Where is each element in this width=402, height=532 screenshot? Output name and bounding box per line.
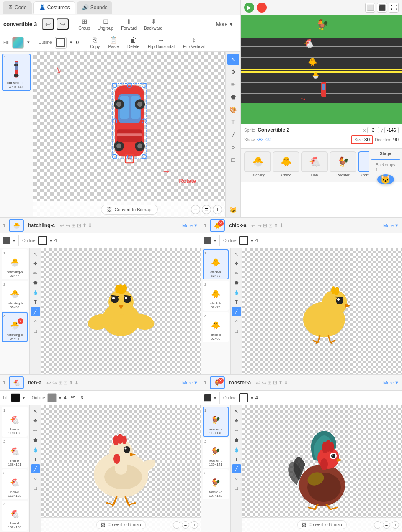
pen-tool-r[interactable]: ✏ [232,426,241,435]
backward-btn[interactable]: ⬇ Backward [142,17,165,31]
add-sprite-btn[interactable]: 🐱 [377,174,394,184]
circle-tool-h[interactable]: ○ [31,317,40,326]
zoom-out-btn[interactable]: − [191,205,200,214]
hatchling-canvas[interactable] [41,248,201,374]
bwd-r[interactable]: ⬇ [284,380,288,386]
rect-tool-c[interactable]: □ [232,326,241,335]
fullscreen-btn[interactable]: ⛶ [389,3,399,13]
rect-tool-hn[interactable]: □ [31,483,40,493]
rooster-outline-swatch[interactable] [239,393,248,402]
sprite-tile-hatchling[interactable]: 🐣 Hatchling [244,151,271,179]
ungroup-icon[interactable]: ⊡ [77,223,81,229]
hen-outline-swatch[interactable] [47,393,57,402]
hatchling-delete[interactable]: ✕ [18,318,23,324]
ungroup-r[interactable]: ⊡ [273,380,277,386]
chick-canvas[interactable] [242,248,402,374]
eyedropper-hn[interactable]: 💧 [31,445,40,454]
fwd-r[interactable]: ⬆ [278,380,283,386]
hatchling-outline-swatch[interactable] [38,236,47,245]
fwd-icon-c[interactable]: ⬆ [274,223,278,229]
transform-tool-h[interactable]: ✥ [31,259,40,268]
bwd-icon[interactable]: ⬇ [88,223,92,229]
chick-outline-swatch[interactable] [239,236,248,245]
outline-swatch[interactable] [55,37,67,49]
redo-icon[interactable]: ↪ [66,223,70,229]
chick-c-thumb[interactable]: 3 🐥 chick-c52×60 [203,312,229,342]
text-tool[interactable]: T [227,116,239,128]
ungroup-icon-c[interactable]: ⊡ [268,223,273,229]
y-value[interactable]: -146 [384,127,399,133]
zoom-in-btn[interactable]: + [213,205,222,214]
rooster-b-thumb[interactable]: 2 🐓 rooster-b125×141 [203,438,229,468]
fwd-h[interactable]: ⬆ [69,380,73,386]
line-tool[interactable]: ╱ [227,129,239,141]
redo-h[interactable]: ↪ [52,380,57,386]
eyedropper-h[interactable]: 💧 [31,288,40,297]
hen-d-thumb[interactable]: 4 🐔 hen-d102×108 [2,501,28,531]
chick-b-thumb[interactable]: 2 🐥 chick-b52×73 [203,281,229,311]
bwd-icon-c[interactable]: ⬇ [279,223,283,229]
hatchling-b-thumb[interactable]: 2 🐣 hatchling-b35×52 [2,281,28,311]
rooster-zoom-in[interactable]: + [392,521,399,529]
eyedropper-r[interactable]: 💧 [232,445,241,454]
x-value[interactable]: 3 [367,127,379,133]
transform-tool-r[interactable]: ✥ [232,416,241,425]
rooster-convert-btn[interactable]: 🖼 Convert to Bitmap [297,520,346,529]
fill-tool-r[interactable]: ⬟ [232,435,241,445]
tab-costumes[interactable]: 👗 Costumes [34,1,75,14]
eyedropper-tool[interactable]: 🎨 [227,104,239,115]
hen-zoom-out[interactable]: − [173,521,180,529]
sprite-tile-convertible[interactable]: ✕ Convertibl... [358,151,368,179]
select-tool-hn[interactable]: ↖ [31,407,40,416]
flip-h-btn[interactable]: ↔ Flip Horizontal [145,36,177,50]
sprite-tile-rooster[interactable]: 🐓 Rooster [330,151,356,179]
select-tool-c[interactable]: ↖ [232,249,241,258]
stop-btn[interactable] [257,3,267,13]
rect-tool-h[interactable]: □ [31,326,40,335]
sprite-tile-chick[interactable]: 🐥 Chick [273,151,299,179]
chick-more-btn[interactable]: More ▼ [383,223,399,228]
fill-tool-c[interactable]: ⬟ [232,278,241,287]
fwd-icon[interactable]: ⬆ [82,223,87,229]
select-tool[interactable]: ↖ [227,54,239,65]
eyedropper-c[interactable]: 💧 [232,288,241,297]
hatchling-a-thumb[interactable]: 1 🐣 hatchling-a32×47 [2,249,28,279]
pen-tool-hn[interactable]: ✏ [31,426,40,435]
pen-icon[interactable]: ✏ [71,394,78,402]
hen-fill-swatch[interactable] [11,393,20,402]
group-btn[interactable]: ⊞ Group [76,17,93,31]
line-tool-r[interactable]: ╱ [232,464,241,473]
rooster-del[interactable]: ✕ [218,378,224,384]
tab-sounds[interactable]: 🔊 Sounds [77,1,113,14]
rooster-canvas[interactable]: 🖼 Convert to Bitmap − = + [242,405,402,532]
sprite-tile-hen[interactable]: 🐔 Hen [301,151,328,179]
green-flag-btn[interactable]: ▶ [244,3,254,13]
text-tool-hn[interactable]: T [31,455,40,464]
undo-btn[interactable]: ↩ [42,18,54,30]
show-eye-open[interactable]: 👁 [257,136,263,143]
select-tool-h[interactable]: ↖ [31,249,40,258]
redo-icon-c[interactable]: ↪ [257,223,262,229]
pen-tool-c[interactable]: ✏ [232,269,241,278]
hen-canvas[interactable]: 🖼 Convert to Bitmap − = + [41,405,201,532]
pen-color[interactable] [3,237,10,244]
rooster-more-btn[interactable]: More ▼ [383,380,399,385]
transform-tool-c[interactable]: ✥ [232,259,241,268]
circle-tool-hn[interactable]: ○ [31,474,40,483]
transform-tool-hn[interactable]: ✥ [31,416,40,425]
undo-icon[interactable]: ↩ [60,223,64,229]
line-tool-h[interactable]: ╱ [31,307,40,316]
rect-tool[interactable]: □ [227,154,239,166]
pen-tool-h[interactable]: ✏ [31,269,40,278]
group-icon-c[interactable]: ⊞ [263,223,267,229]
rooster-fill-swatch[interactable] [204,394,211,402]
hen-zoom-fit[interactable]: = [182,521,189,529]
undo-h[interactable]: ↩ [46,380,51,386]
big-stage-btn[interactable]: ⬛ [377,3,387,13]
rect-tool-r[interactable]: □ [232,483,241,493]
hen-b-thumb[interactable]: 2 🐔 hen-b138×101 [2,438,28,468]
paste-btn[interactable]: 📋 Paste [106,35,122,50]
chick-del[interactable]: ✕ [218,220,224,226]
text-tool-c[interactable]: T [232,297,241,307]
rooster-zoom-out[interactable]: − [374,521,381,529]
